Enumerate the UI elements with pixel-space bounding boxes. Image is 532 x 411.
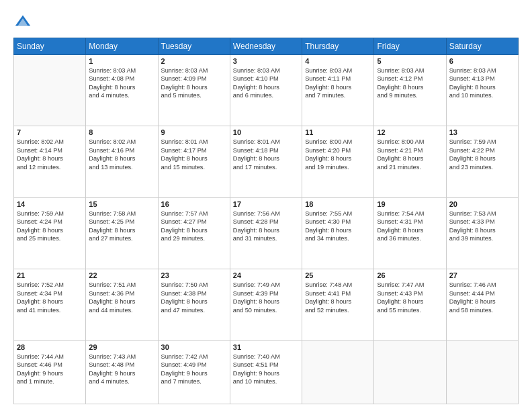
day-info: Sunrise: 7:47 AM Sunset: 4:43 PM Dayligh…	[377, 281, 443, 314]
calendar-cell: 20Sunrise: 7:53 AM Sunset: 4:33 PM Dayli…	[446, 197, 518, 269]
day-number: 7	[17, 128, 83, 136]
day-number: 13	[449, 128, 515, 136]
day-info: Sunrise: 7:59 AM Sunset: 4:22 PM Dayligh…	[449, 138, 515, 171]
logo	[13, 12, 35, 31]
day-number: 2	[161, 57, 227, 65]
day-info: Sunrise: 7:58 AM Sunset: 4:25 PM Dayligh…	[89, 210, 154, 243]
calendar-cell: 10Sunrise: 8:01 AM Sunset: 4:18 PM Dayli…	[230, 126, 302, 197]
weekday-header: Monday	[86, 38, 158, 55]
day-number: 19	[377, 200, 443, 208]
day-number: 20	[449, 200, 515, 208]
day-info: Sunrise: 8:01 AM Sunset: 4:17 PM Dayligh…	[161, 138, 227, 171]
day-info: Sunrise: 8:03 AM Sunset: 4:08 PM Dayligh…	[89, 66, 154, 100]
day-number: 28	[17, 343, 83, 351]
day-info: Sunrise: 7:48 AM Sunset: 4:41 PM Dayligh…	[305, 281, 371, 314]
day-number: 12	[377, 128, 443, 136]
calendar-cell: 17Sunrise: 7:56 AM Sunset: 4:28 PM Dayli…	[230, 197, 302, 269]
day-number: 17	[233, 200, 299, 208]
calendar-cell: 15Sunrise: 7:58 AM Sunset: 4:25 PM Dayli…	[86, 197, 158, 269]
calendar-cell: 11Sunrise: 8:00 AM Sunset: 4:20 PM Dayli…	[302, 126, 374, 197]
calendar-cell: 18Sunrise: 7:55 AM Sunset: 4:30 PM Dayli…	[302, 197, 374, 269]
calendar-cell: 27Sunrise: 7:46 AM Sunset: 4:44 PM Dayli…	[446, 269, 518, 340]
calendar-cell: 12Sunrise: 8:00 AM Sunset: 4:21 PM Dayli…	[374, 126, 446, 197]
day-number: 14	[17, 200, 83, 208]
weekday-header: Tuesday	[158, 38, 230, 55]
day-number: 10	[233, 128, 299, 136]
day-number: 16	[161, 200, 227, 208]
calendar-cell: 23Sunrise: 7:50 AM Sunset: 4:38 PM Dayli…	[158, 269, 230, 340]
calendar-week-row: 1Sunrise: 8:03 AM Sunset: 4:08 PM Daylig…	[14, 55, 519, 126]
calendar-cell	[374, 340, 446, 404]
day-number: 30	[161, 343, 227, 351]
day-number: 21	[17, 271, 83, 279]
weekday-header: Saturday	[446, 38, 518, 55]
calendar-cell: 2Sunrise: 8:03 AM Sunset: 4:09 PM Daylig…	[158, 55, 230, 126]
day-info: Sunrise: 7:59 AM Sunset: 4:24 PM Dayligh…	[17, 210, 83, 243]
day-number: 8	[89, 128, 154, 136]
day-info: Sunrise: 7:55 AM Sunset: 4:30 PM Dayligh…	[305, 210, 371, 243]
day-info: Sunrise: 8:02 AM Sunset: 4:16 PM Dayligh…	[89, 138, 154, 171]
day-number: 4	[305, 57, 371, 65]
day-info: Sunrise: 8:00 AM Sunset: 4:20 PM Dayligh…	[305, 138, 371, 171]
day-number: 18	[305, 200, 371, 208]
calendar-cell: 9Sunrise: 8:01 AM Sunset: 4:17 PM Daylig…	[158, 126, 230, 197]
day-number: 1	[89, 57, 154, 65]
weekday-header: Wednesday	[230, 38, 302, 55]
calendar-cell: 30Sunrise: 7:42 AM Sunset: 4:49 PM Dayli…	[158, 340, 230, 404]
day-info: Sunrise: 7:43 AM Sunset: 4:48 PM Dayligh…	[89, 353, 154, 386]
calendar-cell	[14, 55, 86, 126]
calendar-cell: 3Sunrise: 8:03 AM Sunset: 4:10 PM Daylig…	[230, 55, 302, 126]
day-info: Sunrise: 8:01 AM Sunset: 4:18 PM Dayligh…	[233, 138, 299, 171]
day-number: 27	[449, 271, 515, 279]
day-info: Sunrise: 7:51 AM Sunset: 4:36 PM Dayligh…	[89, 281, 154, 314]
day-info: Sunrise: 8:00 AM Sunset: 4:21 PM Dayligh…	[377, 138, 443, 171]
calendar-cell: 14Sunrise: 7:59 AM Sunset: 4:24 PM Dayli…	[14, 197, 86, 269]
calendar-week-row: 14Sunrise: 7:59 AM Sunset: 4:24 PM Dayli…	[14, 197, 519, 269]
day-number: 22	[89, 271, 154, 279]
day-number: 6	[449, 57, 515, 65]
page-header	[13, 12, 519, 31]
day-number: 26	[377, 271, 443, 279]
day-number: 15	[89, 200, 154, 208]
calendar-week-row: 28Sunrise: 7:44 AM Sunset: 4:46 PM Dayli…	[14, 340, 519, 404]
day-number: 11	[305, 128, 371, 136]
calendar-cell: 22Sunrise: 7:51 AM Sunset: 4:36 PM Dayli…	[86, 269, 158, 340]
day-number: 3	[233, 57, 299, 65]
calendar-cell: 4Sunrise: 8:03 AM Sunset: 4:11 PM Daylig…	[302, 55, 374, 126]
day-number: 29	[89, 343, 154, 351]
day-info: Sunrise: 8:03 AM Sunset: 4:09 PM Dayligh…	[161, 66, 227, 100]
day-info: Sunrise: 7:54 AM Sunset: 4:31 PM Dayligh…	[377, 210, 443, 243]
calendar-cell: 19Sunrise: 7:54 AM Sunset: 4:31 PM Dayli…	[374, 197, 446, 269]
calendar-cell	[446, 340, 518, 404]
day-number: 24	[233, 271, 299, 279]
day-info: Sunrise: 8:03 AM Sunset: 4:12 PM Dayligh…	[377, 66, 443, 100]
calendar-week-row: 21Sunrise: 7:52 AM Sunset: 4:34 PM Dayli…	[14, 269, 519, 340]
calendar-cell: 29Sunrise: 7:43 AM Sunset: 4:48 PM Dayli…	[86, 340, 158, 404]
weekday-header: Thursday	[302, 38, 374, 55]
calendar-cell: 31Sunrise: 7:40 AM Sunset: 4:51 PM Dayli…	[230, 340, 302, 404]
calendar-cell: 8Sunrise: 8:02 AM Sunset: 4:16 PM Daylig…	[86, 126, 158, 197]
calendar-cell: 7Sunrise: 8:02 AM Sunset: 4:14 PM Daylig…	[14, 126, 86, 197]
calendar-header-row: SundayMondayTuesdayWednesdayThursdayFrid…	[14, 38, 519, 55]
calendar-cell: 28Sunrise: 7:44 AM Sunset: 4:46 PM Dayli…	[14, 340, 86, 404]
day-info: Sunrise: 7:42 AM Sunset: 4:49 PM Dayligh…	[161, 353, 227, 386]
calendar-cell: 13Sunrise: 7:59 AM Sunset: 4:22 PM Dayli…	[446, 126, 518, 197]
day-info: Sunrise: 8:03 AM Sunset: 4:11 PM Dayligh…	[305, 66, 371, 100]
weekday-header: Sunday	[14, 38, 86, 55]
day-info: Sunrise: 7:49 AM Sunset: 4:39 PM Dayligh…	[233, 281, 299, 314]
calendar-table: SundayMondayTuesdayWednesdayThursdayFrid…	[13, 38, 519, 404]
day-number: 31	[233, 343, 299, 351]
day-number: 9	[161, 128, 227, 136]
logo-icon	[13, 12, 32, 31]
weekday-header: Friday	[374, 38, 446, 55]
calendar-cell: 16Sunrise: 7:57 AM Sunset: 4:27 PM Dayli…	[158, 197, 230, 269]
calendar-cell: 5Sunrise: 8:03 AM Sunset: 4:12 PM Daylig…	[374, 55, 446, 126]
calendar-cell: 6Sunrise: 8:03 AM Sunset: 4:13 PM Daylig…	[446, 55, 518, 126]
calendar-cell	[302, 340, 374, 404]
day-info: Sunrise: 7:57 AM Sunset: 4:27 PM Dayligh…	[161, 210, 227, 243]
calendar-cell: 21Sunrise: 7:52 AM Sunset: 4:34 PM Dayli…	[14, 269, 86, 340]
calendar-cell: 1Sunrise: 8:03 AM Sunset: 4:08 PM Daylig…	[86, 55, 158, 126]
calendar-cell: 24Sunrise: 7:49 AM Sunset: 4:39 PM Dayli…	[230, 269, 302, 340]
day-info: Sunrise: 7:40 AM Sunset: 4:51 PM Dayligh…	[233, 353, 299, 386]
calendar-week-row: 7Sunrise: 8:02 AM Sunset: 4:14 PM Daylig…	[14, 126, 519, 197]
